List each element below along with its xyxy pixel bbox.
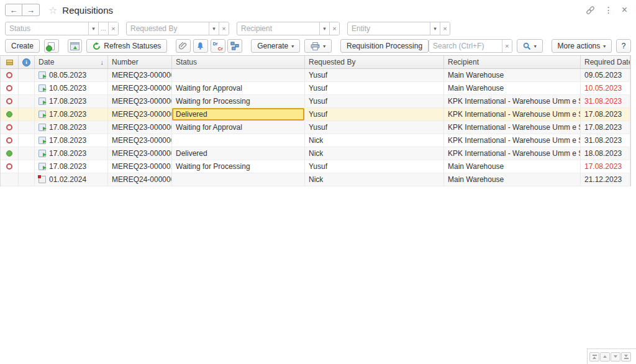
create-button[interactable]: Create xyxy=(5,39,40,53)
recipient-cell: Main Warehouse xyxy=(448,71,504,80)
column-header-status[interactable]: Status xyxy=(172,56,305,68)
page-title: Requisitions xyxy=(62,5,113,16)
print-button[interactable]: ▾ xyxy=(304,39,332,53)
status-indicator-icon xyxy=(6,124,12,130)
scroll-up-button[interactable] xyxy=(600,352,610,362)
column-header-date[interactable]: Date ↓ xyxy=(35,56,108,68)
status-filter-dropdown-icon[interactable]: ▾ xyxy=(88,22,98,35)
list-view-button[interactable] xyxy=(68,39,83,53)
entity-filter-clear-icon[interactable]: × xyxy=(440,22,450,35)
search-clear-icon[interactable]: × xyxy=(502,40,512,52)
column-header-number[interactable]: Number xyxy=(108,56,172,68)
requisition-processing-button[interactable]: Requisition Processing xyxy=(340,39,429,53)
table-row[interactable]: 01.02.2024 MEREQ24-0000001 Nick Main War… xyxy=(1,173,630,186)
table-row[interactable]: 17.08.2023 MEREQ23-0000007 Waiting for A… xyxy=(1,121,630,134)
requested-by-filter-input[interactable] xyxy=(127,22,209,35)
notifications-button[interactable] xyxy=(193,39,208,53)
go-to-last-button[interactable] xyxy=(621,352,631,362)
requested-by-filter: ▾ × xyxy=(126,22,229,35)
table-row[interactable]: 17.08.2023 MEREQ23-0000006 Delivered Yus… xyxy=(1,108,630,121)
bell-icon xyxy=(196,42,204,50)
entity-filter-dropdown-icon[interactable]: ▾ xyxy=(430,22,440,35)
document-icon xyxy=(39,163,46,170)
document-plus-icon xyxy=(48,42,55,50)
recipient-cell: KPK International - Warehouse Umm e Suqq… xyxy=(448,123,581,132)
forward-button[interactable]: → xyxy=(22,4,40,16)
recipient-filter-dropdown-icon[interactable]: ▾ xyxy=(319,22,329,35)
document-icon xyxy=(39,84,46,92)
status-filter: ▾ ... × xyxy=(5,22,119,35)
search-input[interactable] xyxy=(429,40,502,52)
favorite-star-icon[interactable]: ☆ xyxy=(48,4,57,16)
board-icon xyxy=(70,42,80,50)
chevron-down-icon: ▾ xyxy=(603,43,606,49)
create-based-on-button[interactable] xyxy=(44,39,59,53)
scroll-down-button[interactable] xyxy=(611,352,620,362)
column-header-info[interactable]: i xyxy=(19,56,35,68)
requested-by-cell: Yusuf xyxy=(309,84,327,93)
triangle-up-icon xyxy=(593,357,596,359)
table-row[interactable]: 08.05.2023 MEREQ23-0000001 Yusuf Main Wa… xyxy=(1,69,630,82)
table-row[interactable]: 10.05.2023 MEREQ23-0000002 Waiting for A… xyxy=(1,82,630,95)
triangle-down-icon xyxy=(624,355,628,357)
recipient-filter-clear-icon[interactable]: × xyxy=(329,22,339,35)
requested-by-cell: Nick xyxy=(309,175,323,184)
date-cell: 17.08.2023 xyxy=(49,136,86,145)
close-icon[interactable]: × xyxy=(622,4,627,16)
help-button[interactable]: ? xyxy=(616,39,631,53)
printer-icon xyxy=(311,42,320,50)
column-header-indicator[interactable] xyxy=(1,56,19,68)
status-indicator-icon xyxy=(6,150,12,157)
link-icon[interactable] xyxy=(585,6,596,15)
table-row[interactable]: 17.08.2023 MEREQ23-0000010 Waiting for P… xyxy=(1,160,630,173)
refresh-icon xyxy=(93,42,101,50)
column-header-requested-by[interactable]: Requested By xyxy=(305,56,444,68)
table-row[interactable]: 17.08.2023 MEREQ23-0000008 Nick KPK Inte… xyxy=(1,134,630,147)
document-icon xyxy=(39,98,46,105)
triangle-down-icon xyxy=(614,355,617,358)
status-indicator-icon xyxy=(6,137,12,143)
more-menu-icon[interactable]: ⋮ xyxy=(604,5,613,15)
attachments-button[interactable] xyxy=(176,39,191,53)
related-documents-button[interactable] xyxy=(227,39,242,53)
status-cell: Waiting for Approval xyxy=(176,84,242,93)
status-filter-clear-icon[interactable]: × xyxy=(108,22,118,35)
status-filter-input[interactable] xyxy=(6,22,88,35)
column-header-required-date[interactable]: Required Date xyxy=(581,56,630,68)
generate-button[interactable]: Generate ▾ xyxy=(251,39,300,53)
required-date-cell: 31.08.2023 xyxy=(584,97,622,106)
recipient-filter-input[interactable] xyxy=(237,22,319,35)
back-button[interactable]: ← xyxy=(5,4,22,16)
search-box: × xyxy=(429,39,512,53)
column-header-recipient[interactable]: Recipient xyxy=(444,56,581,68)
requested-by-filter-clear-icon[interactable]: × xyxy=(219,22,229,35)
required-date-cell: 10.05.2023 xyxy=(584,84,622,93)
refresh-statuses-button[interactable]: Refresh Statuses xyxy=(86,39,167,53)
more-actions-button[interactable]: More actions ▾ xyxy=(552,39,612,53)
go-to-first-button[interactable] xyxy=(589,352,599,362)
search-options-button[interactable]: ▾ xyxy=(517,39,543,53)
requisitions-table: i Date ↓ Number Status Requested By Reci… xyxy=(0,55,631,186)
chevron-down-icon: ▾ xyxy=(534,43,537,49)
requested-by-cell: Yusuf xyxy=(309,71,327,80)
table-row[interactable]: 17.08.2023 MEREQ23-0000009 Delivered Nic… xyxy=(1,147,630,160)
number-cell: MEREQ23-0000010 xyxy=(112,162,172,171)
status-indicator-icon xyxy=(6,98,12,104)
table-row[interactable]: 17.08.2023 MEREQ23-0000003 Waiting for P… xyxy=(1,95,630,108)
generate-label: Generate xyxy=(257,42,288,50)
triangle-up-icon xyxy=(603,355,607,358)
sort-down-icon: ↓ xyxy=(101,58,104,66)
dr-cr-postings-button[interactable]: Dr Cr xyxy=(211,39,225,53)
status-indicator-icon xyxy=(6,163,12,170)
recipient-cell: KPK International - Warehouse Umm e Suqq… xyxy=(448,97,581,106)
recipient-cell: Main Warehouse xyxy=(448,84,504,93)
entity-filter-input[interactable] xyxy=(348,22,430,35)
requested-by-filter-dropdown-icon[interactable]: ▾ xyxy=(209,22,219,35)
chevron-down-icon: ▾ xyxy=(291,43,294,49)
paperclip-icon xyxy=(179,42,188,50)
document-icon xyxy=(39,137,46,144)
status-indicator-icon xyxy=(6,85,12,91)
number-cell: MEREQ23-0000007 xyxy=(112,123,172,132)
date-cell: 17.08.2023 xyxy=(49,162,86,171)
status-filter-choose-icon[interactable]: ... xyxy=(98,22,108,35)
